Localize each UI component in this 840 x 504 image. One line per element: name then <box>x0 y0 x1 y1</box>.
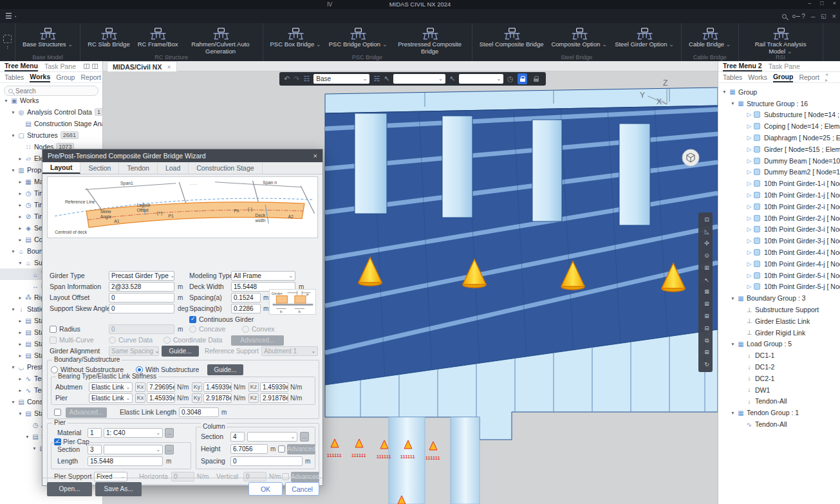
spacing-b-input[interactable]: 0.2286 <box>231 304 261 313</box>
menu-item[interactable] <box>125 9 138 23</box>
expander-icon[interactable]: ▸ <box>17 237 24 243</box>
stage-select[interactable]: Base ⌄ <box>313 74 369 84</box>
license-key-icon[interactable] <box>792 15 796 18</box>
group-color-swatch[interactable] <box>754 180 760 187</box>
material-select[interactable]: 1: C40⌄ <box>104 428 163 438</box>
search-icon[interactable] <box>782 14 787 19</box>
view-front-icon[interactable]: ⊞ <box>702 301 709 307</box>
help-icon[interactable]: ? <box>801 13 805 20</box>
radius-input[interactable]: 0 <box>109 324 174 334</box>
vertical-input[interactable]: 0 <box>243 472 266 481</box>
hamburger-icon[interactable]: ☰ · <box>0 12 22 21</box>
close-icon[interactable]: × <box>833 0 836 6</box>
tree-row[interactable]: ▷ Dummy Beam2 [ Node=182 ; Element... <box>718 167 840 178</box>
psc-box-bridge-button[interactable]: PSC Box Bridge <box>267 25 324 53</box>
history-icon[interactable]: ◷ <box>507 75 514 83</box>
expander-icon[interactable]: ▸ <box>17 202 24 208</box>
column-section-more-button[interactable]: ... <box>300 432 309 442</box>
tab-task-pane[interactable]: Task Pane <box>44 62 76 70</box>
tree-row[interactable]: ▷ 10th Point Girder-1-i [ Node=60 ; Elem… <box>718 178 840 189</box>
pier-type-select[interactable]: Elastic Link⌄ <box>89 393 133 403</box>
column-advanced-checkbox[interactable] <box>278 445 285 453</box>
lock-button[interactable] <box>531 73 541 84</box>
ribbon-minimize-icon[interactable]: – <box>811 12 815 20</box>
tab-tree-menu-2[interactable]: Tree Menu 2 <box>723 62 762 71</box>
tree-row[interactable]: ∿ Tendon-All <box>718 418 840 430</box>
group-color-swatch[interactable] <box>754 135 760 141</box>
expander-icon[interactable]: ▸ <box>17 353 24 359</box>
subtab-report[interactable]: Report <box>799 73 819 81</box>
rotate-view-icon[interactable]: ↻ <box>702 362 709 368</box>
redo-icon[interactable]: ↷ <box>294 75 299 83</box>
tree-row[interactable]: ⊥ Substructure Support <box>718 304 840 315</box>
select-window-icon[interactable]: ⊡ <box>702 217 709 223</box>
cable-bridge-button[interactable]: Cable Bridge <box>686 25 734 53</box>
pick-node-icon[interactable]: ↖ <box>702 277 709 283</box>
group-color-swatch[interactable] <box>754 192 760 198</box>
menu-item[interactable] <box>138 9 151 23</box>
radius-checkbox[interactable] <box>50 326 57 333</box>
expander-icon[interactable]: ▾ <box>729 295 736 301</box>
expander-icon[interactable]: ▾ <box>729 100 736 106</box>
tree-row[interactable]: ↓ DW1 <box>718 384 840 396</box>
pan-icon[interactable]: ✣ <box>702 241 709 247</box>
tree-row[interactable]: ▾ ▦ Group <box>718 86 840 98</box>
expander-icon[interactable]: ▸ <box>17 341 24 347</box>
group-color-swatch[interactable] <box>754 215 760 221</box>
material-more-button[interactable]: ... <box>165 428 174 438</box>
abutment-ky-input[interactable]: 1.45939e <box>203 382 232 392</box>
menu-item[interactable] <box>176 9 189 23</box>
dialog-title-bar[interactable]: Pre/Post-Tensioned Composite Girder Brid… <box>42 149 322 162</box>
group-color-swatch[interactable] <box>754 146 760 153</box>
column-advanced-button[interactable]: Advanced... <box>287 444 315 454</box>
pick-element-icon[interactable]: ⊠ <box>702 289 709 295</box>
tree-row[interactable]: ▷ Diaphragm [ Node=25 ; Element=20 ] <box>718 132 840 144</box>
tree-row[interactable]: ▷ Girder [ Node=515 ; Element=480 ] <box>718 144 840 155</box>
menu-item[interactable] <box>112 9 125 23</box>
fit-view-icon[interactable]: ⊞ <box>702 350 709 355</box>
substructure-guide-button[interactable]: Guide... <box>207 364 243 375</box>
elastic-link-length-input[interactable]: 0.3048 <box>179 407 219 417</box>
rc-frame-box-button[interactable]: RC Frame/Box <box>135 25 182 53</box>
group-color-swatch[interactable] <box>754 249 760 256</box>
column-height-input[interactable]: 6.7056 <box>230 444 268 454</box>
subtab-report[interactable]: Report <box>80 73 101 81</box>
base-structures-button[interactable]: Base Structures <box>19 25 76 53</box>
girder-type-select[interactable]: Precast Girder Type⌄ <box>109 271 174 281</box>
stage-define-icon[interactable]: ☵ <box>373 75 380 83</box>
layout-offset-input[interactable]: 0 <box>109 293 174 303</box>
group-color-swatch[interactable] <box>754 123 760 129</box>
search-input[interactable] <box>15 88 86 95</box>
tree-row[interactable]: ↓ DC2-1 <box>718 373 840 384</box>
maximize-icon[interactable]: □ <box>820 0 823 6</box>
menu-item[interactable] <box>163 9 176 23</box>
pier-support-advanced-button[interactable]: Advanced... <box>291 472 319 482</box>
view-iso-icon[interactable]: ⊟ <box>702 326 709 331</box>
panel-pin-control[interactable]: ↕ <box>0 23 15 61</box>
ribbon-restore-icon[interactable]: ◱ <box>821 13 826 19</box>
undo-icon[interactable]: ↶ <box>284 75 290 83</box>
tree-row[interactable]: ▾ ▦ Load Group : 5 <box>718 339 840 350</box>
expander-icon[interactable]: ▸ <box>17 330 24 335</box>
pier-support-select[interactable]: Fixed⌄ <box>94 472 127 481</box>
tree-row[interactable]: ⊥ Girder Rigid Link <box>718 327 840 339</box>
tree-row[interactable]: ▷ 10th Point Girder-3-i [ Node=60 ; Ele.… <box>718 224 840 236</box>
dialog-close-icon[interactable]: × <box>313 152 317 160</box>
support-skew-angle-input[interactable]: 0 <box>109 304 174 313</box>
unlock-active-button[interactable] <box>518 73 528 84</box>
group-color-swatch[interactable] <box>754 203 760 210</box>
tree-row[interactable]: ▷ 10th Point Girder-3-j [ Node=60 ; Ele.… <box>718 235 840 247</box>
pier-ky-input[interactable]: 2.91878e <box>203 393 232 403</box>
expander-icon[interactable]: ▾ <box>729 410 736 416</box>
grid-view-icon[interactable]: ⊞ <box>702 265 709 271</box>
tab-layout[interactable]: Layout <box>42 162 80 174</box>
menu-item[interactable] <box>48 9 61 23</box>
subtab-works[interactable]: Works <box>748 73 767 81</box>
spacing-a-input[interactable]: 0.1524 <box>231 293 261 303</box>
expander-icon[interactable]: ▾ <box>10 248 17 254</box>
tree-row[interactable]: ▾ ▣ Works <box>0 95 102 106</box>
tree-row[interactable]: ↓ DC1-2 <box>718 361 840 373</box>
subtab-tables[interactable]: Tables <box>723 73 742 81</box>
expander-icon[interactable]: ▾ <box>10 399 17 405</box>
modeling-type-select[interactable]: All Frame⌄ <box>231 271 295 281</box>
